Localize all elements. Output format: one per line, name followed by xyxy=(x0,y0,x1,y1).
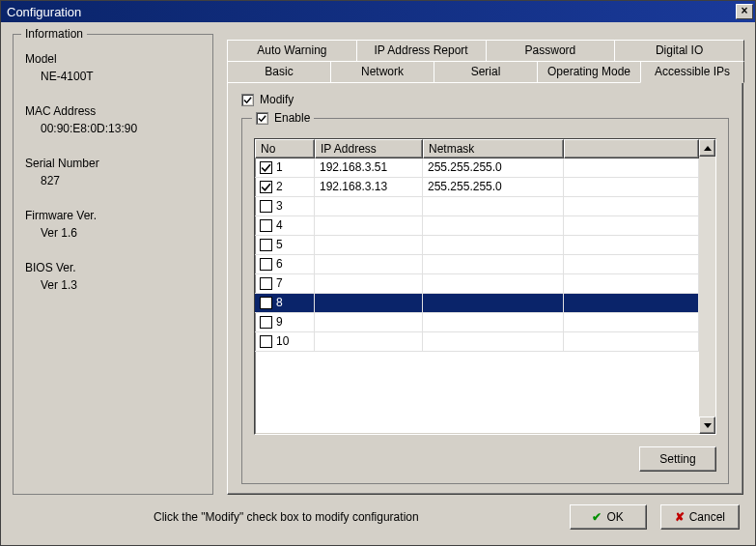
col-header-mask[interactable]: Netmask xyxy=(423,139,564,158)
cancel-button[interactable]: ✘ Cancel xyxy=(660,504,740,530)
table-row[interactable]: 5 xyxy=(255,236,699,255)
table-row[interactable]: 9 xyxy=(255,313,699,332)
row-number: 7 xyxy=(276,275,283,292)
cell-no: 7 xyxy=(255,274,315,293)
tab-operating-mode[interactable]: Operating Mode xyxy=(537,61,641,82)
ip-table: No IP Address Netmask 1192.168.3.51255.2… xyxy=(254,138,716,435)
cell-ip xyxy=(315,294,423,312)
modify-label: Modify xyxy=(260,93,294,106)
bios-value: Ver 1.3 xyxy=(25,278,201,292)
footer-bar: Click the "Modify" check box to modify c… xyxy=(13,495,743,533)
cell-mask xyxy=(423,332,564,351)
cell-no: 2 xyxy=(255,178,315,196)
col-header-blank xyxy=(564,139,699,158)
cell-no: 10 xyxy=(255,332,315,351)
ok-button[interactable]: ✔ OK xyxy=(570,504,647,530)
cell-blank xyxy=(564,294,699,312)
cell-mask xyxy=(423,197,564,216)
table-row[interactable]: 1192.168.3.51255.255.255.0 xyxy=(255,158,699,178)
table-row[interactable]: 7 xyxy=(255,274,699,294)
firmware-label: Firmware Ver. xyxy=(25,209,201,222)
setting-button-label: Setting xyxy=(659,452,695,466)
row-checkbox[interactable] xyxy=(260,239,272,251)
cell-no: 8 xyxy=(255,294,315,312)
row-checkbox[interactable] xyxy=(260,316,272,329)
setting-button[interactable]: Setting xyxy=(639,446,716,472)
cell-ip xyxy=(315,332,423,351)
tab-digital-io[interactable]: Digital IO xyxy=(614,40,744,61)
cell-mask: 255.255.255.0 xyxy=(423,158,564,177)
cell-no: 5 xyxy=(255,236,315,254)
cancel-label: Cancel xyxy=(689,510,725,524)
tab-ip-address-report[interactable]: IP Address Report xyxy=(356,40,487,61)
tab-basic[interactable]: Basic xyxy=(227,61,331,82)
footer-hint: Click the "Modify" check box to modify c… xyxy=(16,510,556,524)
info-firmware: Firmware Ver. Ver 1.6 xyxy=(25,209,201,240)
table-row[interactable]: 2192.168.3.13255.255.255.0 xyxy=(255,178,699,197)
table-row[interactable]: 10 xyxy=(255,332,699,352)
row-checkbox[interactable] xyxy=(260,258,272,271)
info-model: Model NE-4100T xyxy=(25,52,201,83)
serial-value: 827 xyxy=(25,174,201,187)
row-checkbox[interactable] xyxy=(260,277,272,290)
window-title: Configuration xyxy=(7,5,736,19)
modify-checkbox[interactable] xyxy=(241,94,254,106)
row-checkbox[interactable] xyxy=(260,181,272,193)
cell-blank xyxy=(564,197,699,216)
enable-group: Enable No IP Address Netmask 1192.1 xyxy=(241,118,729,484)
row-number: 1 xyxy=(276,159,283,176)
row-checkbox[interactable] xyxy=(260,297,272,309)
model-label: Model xyxy=(25,52,201,66)
enable-legend: Enable xyxy=(252,111,314,125)
ip-table-body: 1192.168.3.51255.255.255.02192.168.3.132… xyxy=(255,158,699,434)
scroll-down-icon[interactable] xyxy=(699,417,715,434)
cell-ip xyxy=(315,313,423,331)
col-header-ip[interactable]: IP Address xyxy=(315,139,423,158)
row-checkbox[interactable] xyxy=(260,219,272,232)
cell-no: 9 xyxy=(255,313,315,331)
row-checkbox[interactable] xyxy=(260,161,272,174)
table-row[interactable]: 4 xyxy=(255,216,699,236)
information-group: Information Model NE-4100T MAC Address 0… xyxy=(13,34,213,495)
serial-label: Serial Number xyxy=(25,157,201,170)
cell-no: 4 xyxy=(255,216,315,235)
bios-label: BIOS Ver. xyxy=(25,261,201,274)
cell-blank xyxy=(564,313,699,331)
cross-icon: ✘ xyxy=(675,510,685,524)
scroll-up-icon[interactable] xyxy=(699,139,715,157)
client-area: Information Model NE-4100T MAC Address 0… xyxy=(1,22,755,545)
cell-no: 6 xyxy=(255,255,315,273)
close-icon[interactable]: × xyxy=(736,4,753,19)
cell-blank xyxy=(564,236,699,254)
cell-mask xyxy=(423,313,564,331)
table-row[interactable]: 6 xyxy=(255,255,699,274)
table-row[interactable]: 3 xyxy=(255,197,699,216)
vertical-scrollbar[interactable] xyxy=(699,139,715,434)
row-number: 3 xyxy=(276,198,283,215)
tab-auto-warning[interactable]: Auto Warning xyxy=(227,40,357,61)
row-checkbox[interactable] xyxy=(260,335,272,348)
tab-serial[interactable]: Serial xyxy=(434,61,538,82)
tab-password[interactable]: Password xyxy=(486,40,616,61)
cell-blank xyxy=(564,332,699,351)
cell-blank xyxy=(564,216,699,235)
tab-panel-accessible-ips: Modify Enable No IP Address xyxy=(227,82,743,495)
tab-network[interactable]: Network xyxy=(330,61,434,82)
cell-ip xyxy=(315,274,423,293)
scroll-track[interactable] xyxy=(699,157,715,417)
col-header-no[interactable]: No xyxy=(255,139,315,158)
cell-no: 1 xyxy=(255,158,315,177)
ok-label: OK xyxy=(606,510,623,524)
tab-accessible-ips[interactable]: Accessible IPs xyxy=(640,61,744,83)
cell-mask xyxy=(423,274,564,293)
row-number: 4 xyxy=(276,217,283,234)
cell-mask xyxy=(423,294,564,312)
enable-checkbox[interactable] xyxy=(256,112,268,125)
row-number: 9 xyxy=(276,314,283,330)
row-checkbox[interactable] xyxy=(260,200,272,213)
table-row[interactable]: 8 xyxy=(255,294,699,313)
top-area: Information Model NE-4100T MAC Address 0… xyxy=(13,34,743,495)
row-number: 2 xyxy=(276,179,283,195)
cell-mask xyxy=(423,216,564,235)
information-legend: Information xyxy=(21,27,87,41)
